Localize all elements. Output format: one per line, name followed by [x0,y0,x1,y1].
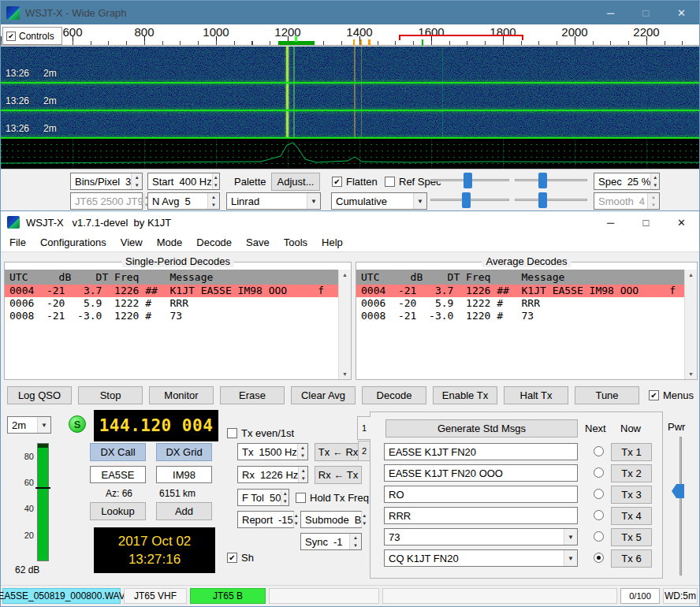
spin-down-icon[interactable]: ▼ [298,452,307,460]
sync-spinbox[interactable]: Sync -1 ▲▼ [300,533,362,550]
tx4-message-field[interactable]: RRR [384,507,578,524]
erase-button[interactable]: Erase [220,386,285,404]
menu-view[interactable]: View [114,233,150,251]
halt-tx-button[interactable]: Halt Tx [504,386,568,404]
spin-up-icon[interactable]: ▲ [213,173,219,181]
tx2-message-field[interactable]: EA5SE K1JT FN20 OOO [384,464,578,482]
palette-combobox[interactable]: Linrad ▼ [226,192,321,210]
pwr-slider-track[interactable] [680,437,682,575]
decode-row[interactable]: 0008 -21 -3.0 1220 # 73 [356,310,684,322]
slider-handle[interactable] [538,192,547,208]
scroll-down-icon[interactable]: ▼ [688,371,694,377]
rx-from-tx-button[interactable]: Rx ← Tx [315,466,362,484]
sh-checkbox[interactable]: ✔ Sh [227,552,254,564]
spin-up-icon[interactable]: ▲ [294,512,299,519]
maximize-icon[interactable]: □ [628,211,664,233]
decode-row[interactable]: 0008 -21 -3.0 1220 # 73 [5,310,338,322]
tx5-next-radio[interactable] [594,531,604,542]
spin-up-icon[interactable]: ▲ [299,467,307,475]
spin-down-icon[interactable]: ▼ [651,181,659,189]
spin-down-icon[interactable]: ▼ [213,181,219,189]
minimize-icon[interactable]: ─ [593,1,628,24]
menu-tools[interactable]: Tools [277,233,315,251]
flatten-checkbox[interactable]: ✔ Flatten [332,176,378,188]
scroll-up-icon[interactable]: ▲ [342,272,348,277]
spin-down-icon[interactable]: ▼ [132,181,142,189]
slider-handle[interactable] [538,173,547,188]
dx-call-button[interactable]: DX Call [90,443,146,461]
spin-down-icon[interactable]: ▼ [362,519,367,527]
tx6-next-radio[interactable] [594,553,604,563]
tx-freq-spinbox[interactable]: Tx 1500 Hz ▲▼ [237,443,308,460]
tx-from-rx-button[interactable]: Tx ← Rx [315,443,362,461]
main-titlebar[interactable]: WSJT-X v1.7.1-devel by K1JT ─ □ ✕ [1,211,699,233]
tx3-message-field[interactable]: RO [384,486,578,503]
spin-down-icon[interactable]: ▼ [299,475,307,482]
tx4-now-button[interactable]: Tx 4 [611,507,652,525]
spinner-arrows[interactable]: ▲▼ [212,173,219,189]
spinner-arrows[interactable]: ▲▼ [298,467,307,482]
spinner-arrows[interactable]: ▲▼ [293,512,299,527]
spinner-arrows[interactable]: ▲▼ [297,444,307,460]
tx5-message-combobox[interactable]: 73 ▼ [384,528,578,546]
start-freq-spinbox[interactable]: Start 400 Hz ▲▼ [147,173,220,190]
spinner-arrows[interactable]: ▲▼ [349,534,361,549]
chevron-down-icon[interactable]: ▼ [307,193,320,209]
stop-button[interactable]: Stop [78,386,143,404]
dx-grid-field[interactable]: IM98 [156,466,212,483]
spinner-arrows[interactable]: ▲▼ [281,490,289,505]
chevron-down-icon[interactable]: ▼ [564,529,577,545]
tab-2[interactable]: 2 [358,441,370,461]
adjust-button[interactable]: Adjust... [271,173,320,191]
spin-up-icon[interactable]: ▲ [132,173,142,181]
tx6-message-combobox[interactable]: CQ K1JT FN20 ▼ [384,549,578,567]
slider-handle[interactable] [464,173,472,188]
tx1-next-radio[interactable] [594,446,604,456]
spin-down-icon[interactable]: ▼ [648,201,659,209]
dx-grid-button[interactable]: DX Grid [156,443,212,461]
scrollbar[interactable]: ▲ ▼ [338,270,351,379]
tx2-next-radio[interactable] [594,467,604,478]
rx-freq-spinbox[interactable]: Rx 1226 Hz ▲▼ [237,466,308,483]
f-tol-spinbox[interactable]: F Tol 50 ▲▼ [237,489,289,506]
band-combobox[interactable]: 2m ▼ [7,416,51,434]
log-qso-button[interactable]: Log QSO [7,386,72,404]
dx-call-field[interactable]: EA5SE [90,466,146,483]
decode-row[interactable]: 0004 -21 3.7 1226 ## K1JT EA5SE IM98 OOO… [5,285,338,297]
spin-up-icon[interactable]: ▲ [651,173,659,181]
pwr-slider-handle[interactable] [672,484,684,498]
spin-up-icon[interactable]: ▲ [281,490,289,497]
wide-graph-titlebar[interactable]: WSJT-X - Wide Graph ─ □ ✕ [1,1,699,24]
spin-down-icon[interactable]: ▼ [281,497,289,505]
close-icon[interactable]: ✕ [664,1,699,24]
spectrum-type-combobox[interactable]: Cumulative ▼ [331,192,427,210]
controls-checkbox[interactable]: ✔ Controls [2,27,62,45]
decode-row[interactable]: 0006 -20 5.9 1222 # RRR [356,297,684,310]
generate-std-msgs-button[interactable]: Generate Std Msgs [385,419,578,438]
report-spinbox[interactable]: Report -15 ▲▼ [237,511,294,528]
waterfall-display[interactable]: 13:26 2m 13:26 2m 13:26 2m [1,47,699,139]
spin-up-icon[interactable]: ▲ [298,444,307,452]
gain2-slider[interactable] [430,192,509,208]
lookup-button[interactable]: Lookup [90,502,146,520]
gain-slider[interactable] [430,173,509,188]
zero-slider[interactable] [515,173,587,188]
spinner-arrows[interactable]: ▲▼ [207,193,219,209]
spinner-arrows[interactable]: ▲▼ [647,193,659,209]
tx4-next-radio[interactable] [594,510,604,520]
menu-decode[interactable]: Decode [189,233,239,251]
spin-down-icon[interactable]: ▼ [208,201,219,209]
spinner-arrows[interactable]: ▲▼ [361,512,367,527]
spin-down-icon[interactable]: ▼ [350,542,361,549]
menu-file[interactable]: File [2,233,33,251]
spin-up-icon[interactable]: ▲ [350,534,361,542]
spin-down-icon[interactable]: ▼ [294,519,299,527]
smooth-spinbox[interactable]: Smooth 4 ▲▼ [594,192,660,210]
maximize-icon[interactable]: □ [628,1,664,24]
scroll-down-icon[interactable]: ▼ [342,371,348,377]
scroll-up-icon[interactable]: ▲ [688,272,694,277]
tab-1[interactable]: 1 [357,416,370,440]
hold-tx-freq-checkbox[interactable]: Hold Tx Freq [296,492,369,504]
chevron-down-icon[interactable]: ▼ [37,417,50,433]
spin-up-icon[interactable]: ▲ [648,193,659,201]
